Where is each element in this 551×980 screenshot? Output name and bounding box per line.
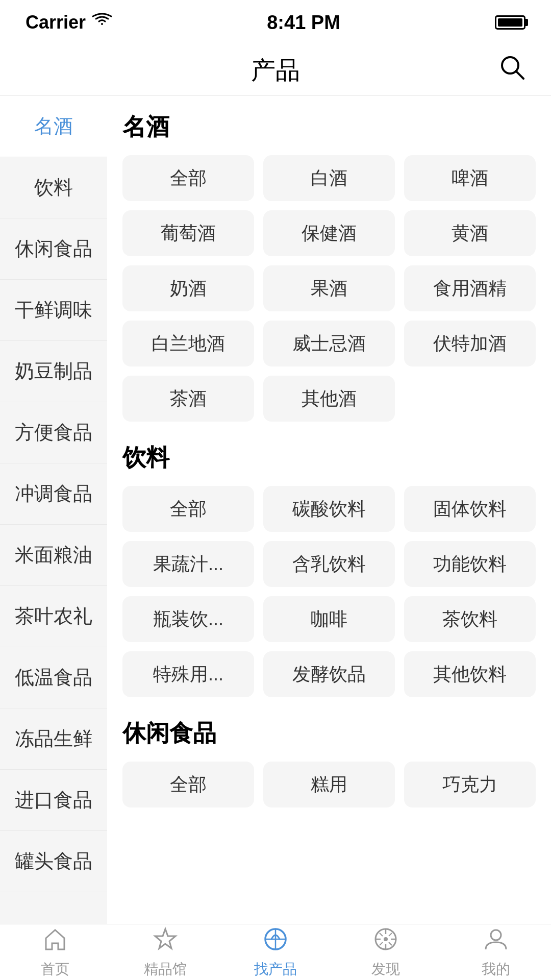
boutique-icon [152,926,179,957]
svg-marker-2 [155,929,176,948]
sidebar-item-miMian[interactable]: 米面粮油 [0,525,107,586]
tag-qiaoKeLi[interactable]: 巧克力 [404,762,536,807]
wifi-icon [92,13,112,32]
section-xiuXian: 休闲食品 全部 糕用 巧克力 [122,718,536,807]
tag-baijiu[interactable]: 白酒 [263,155,395,201]
main-layout: 名酒 饮料 休闲食品 干鲜调味 奶豆制品 方便食品 冲调食品 米面粮油 茶叶农礼… [0,96,551,924]
tag-chaYinLiao[interactable]: 茶饮料 [404,596,536,642]
tag-qtaJiu[interactable]: 其他酒 [263,376,395,422]
svg-line-1 [516,71,523,79]
tag-xx-quanbu[interactable]: 全部 [122,762,254,807]
svg-point-12 [491,930,501,940]
tab-home[interactable]: 首页 [9,926,101,979]
section-title-xiuXian: 休闲食品 [122,718,536,749]
sidebar-item-guanTou[interactable]: 罐头食品 [0,831,107,892]
home-icon [42,926,68,957]
tag-pingzhuangYin[interactable]: 瓶装饮... [122,596,254,642]
tab-mine[interactable]: 我的 [450,926,542,979]
carrier-label: Carrier [26,12,86,33]
search-button[interactable] [499,54,525,87]
tag-gutiYinLiao[interactable]: 固体饮料 [404,486,536,532]
tag-teshuYong[interactable]: 特殊用... [122,651,254,697]
tag-grid-xiuXian: 全部 糕用 巧克力 [122,762,536,807]
tag-pijiu[interactable]: 啤酒 [404,155,536,201]
status-time: 8:41 PM [267,12,340,34]
mine-icon [483,926,509,957]
tag-putaojiu[interactable]: 葡萄酒 [122,210,254,256]
tag-chaJiu[interactable]: 茶酒 [122,376,254,422]
tag-baojianJiu[interactable]: 保健酒 [263,210,395,256]
svg-point-7 [384,937,388,941]
sidebar-item-diWen[interactable]: 低温食品 [0,647,107,708]
tab-discover-label: 发现 [371,960,400,979]
tag-gongnengYinLiao[interactable]: 功能饮料 [404,541,536,587]
tag-hanruYinLiao[interactable]: 含乳饮料 [263,541,395,587]
sidebar-item-chaYe[interactable]: 茶叶农礼 [0,586,107,647]
sidebar-item-dongPin[interactable]: 冻品生鲜 [0,708,107,770]
tag-quanbu[interactable]: 全部 [122,155,254,201]
tag-yl-quanbu[interactable]: 全部 [122,486,254,532]
status-left: Carrier [26,12,112,33]
tag-futeJiaJiu[interactable]: 伏特加酒 [404,321,536,366]
sidebar-item-chongDiao[interactable]: 冲调食品 [0,463,107,525]
section-mingJiu: 名酒 全部 白酒 啤酒 葡萄酒 保健酒 黄酒 奶酒 果酒 食用酒精 白兰地酒 威… [122,111,536,422]
battery-icon [495,15,525,30]
sidebar-item-xiuXian[interactable]: 休闲食品 [0,218,107,280]
tag-qtaYinLiao[interactable]: 其他饮料 [404,651,536,697]
tag-naiJiu[interactable]: 奶酒 [122,265,254,311]
tag-fajiaoYinPin[interactable]: 发酵饮品 [263,651,395,697]
sidebar-item-naiDou[interactable]: 奶豆制品 [0,341,107,402]
sidebar-item-mingJiu[interactable]: 名酒 [0,96,107,157]
section-title-yinLiao: 饮料 [122,442,536,474]
tab-find-product-label: 找产品 [254,960,297,979]
sidebar-item-jinKou[interactable]: 进口食品 [0,770,107,831]
tag-huangJiu[interactable]: 黄酒 [404,210,536,256]
status-bar: Carrier 8:41 PM [0,0,551,45]
status-right [495,15,525,30]
sidebar-item-fangBian[interactable]: 方便食品 [0,402,107,463]
tag-grid-yinLiao: 全部 碳酸饮料 固体饮料 果蔬汁... 含乳饮料 功能饮料 瓶装饮... 咖啡 … [122,486,536,697]
find-product-icon [262,926,289,957]
tag-guoJiu[interactable]: 果酒 [263,265,395,311]
section-title-mingJiu: 名酒 [122,111,536,143]
tag-kafei[interactable]: 咖啡 [263,596,395,642]
section-yinLiao: 饮料 全部 碳酸饮料 固体饮料 果蔬汁... 含乳饮料 功能饮料 瓶装饮... … [122,442,536,697]
tab-find-product[interactable]: 找产品 [230,926,321,979]
content-area: 名酒 全部 白酒 啤酒 葡萄酒 保健酒 黄酒 奶酒 果酒 食用酒精 白兰地酒 威… [107,96,551,924]
tag-weishijiJiu[interactable]: 威士忌酒 [263,321,395,366]
sidebar: 名酒 饮料 休闲食品 干鲜调味 奶豆制品 方便食品 冲调食品 米面粮油 茶叶农礼… [0,96,107,924]
tag-bailandiJiu[interactable]: 白兰地酒 [122,321,254,366]
tab-bar: 首页 精品馆 找产品 [0,924,551,980]
tag-gaoYong[interactable]: 糕用 [263,762,395,807]
tab-mine-label: 我的 [482,960,510,979]
sidebar-item-ganXian[interactable]: 干鲜调味 [0,280,107,341]
page-title: 产品 [251,54,300,87]
tab-home-label: 首页 [41,960,69,979]
tag-grid-mingJiu: 全部 白酒 啤酒 葡萄酒 保健酒 黄酒 奶酒 果酒 食用酒精 白兰地酒 威士忌酒… [122,155,536,422]
tab-boutique[interactable]: 精品馆 [119,926,211,979]
sidebar-item-yinLiao[interactable]: 饮料 [0,157,107,218]
tab-boutique-label: 精品馆 [144,960,187,979]
tag-shiyongJiuJing[interactable]: 食用酒精 [404,265,536,311]
discover-icon [372,926,399,957]
tag-guoshuZhi[interactable]: 果蔬汁... [122,541,254,587]
tag-tansuanYinLiao[interactable]: 碳酸饮料 [263,486,395,532]
tab-discover[interactable]: 发现 [340,926,432,979]
page-header: 产品 [0,45,551,96]
